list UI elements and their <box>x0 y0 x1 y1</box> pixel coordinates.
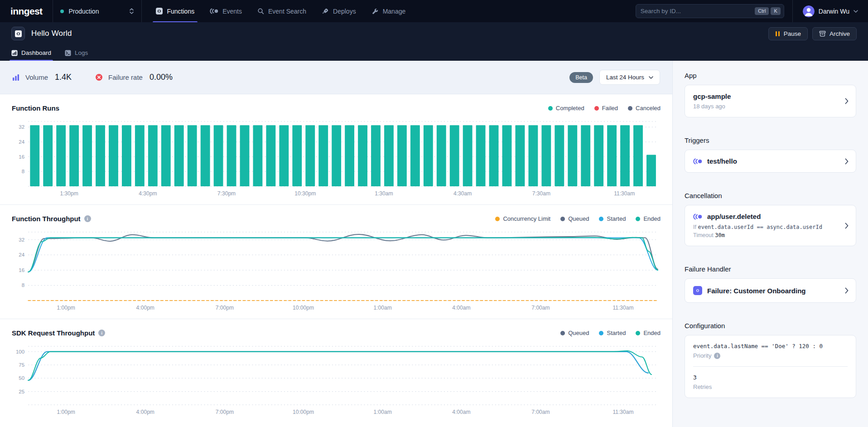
chart-canvas: 2550751001:00pm4:00pm7:00pm10:00pm1:00am… <box>12 342 661 417</box>
shortcut-key-ctrl: Ctrl <box>755 7 769 15</box>
app-card[interactable]: gcp-sample 18 days ago <box>685 85 856 117</box>
legend-item: Failed <box>594 105 618 112</box>
svg-text:11:30am: 11:30am <box>612 305 633 311</box>
tab-label: Logs <box>75 49 88 56</box>
nav-label: Manage <box>383 8 406 15</box>
failure-handler-heading: Failure Handler <box>685 265 856 273</box>
nav-deploys[interactable]: Deploys <box>314 0 364 22</box>
user-name: Darwin Wu <box>819 8 849 15</box>
legend-dot <box>636 217 640 221</box>
priority-label: Priority <box>693 352 711 359</box>
trigger-card[interactable]: test/hello <box>685 150 856 173</box>
svg-text:7:00am: 7:00am <box>531 409 550 415</box>
legend-label: Started <box>607 330 626 336</box>
nav-label: Functions <box>167 8 194 15</box>
legend-item: Queued <box>560 330 589 336</box>
svg-text:1:30am: 1:30am <box>375 190 393 197</box>
failure-rate-value: 0.00% <box>149 73 173 82</box>
failure-rate-icon <box>95 73 103 81</box>
configuration-heading: Configuration <box>685 322 856 330</box>
svg-text:10:00pm: 10:00pm <box>293 409 314 415</box>
chart-legend: Concurrency LimitQueuedStartedEnded <box>495 215 661 222</box>
chevron-right-icon <box>845 98 849 104</box>
time-range-label: Last 24 Hours <box>606 74 644 81</box>
app-name: gcp-sample <box>693 92 848 100</box>
events-icon <box>210 8 218 14</box>
cancellation-card[interactable]: app/user.deleted If event.data.userId ==… <box>685 205 856 246</box>
search-input[interactable] <box>641 8 753 15</box>
function-icon <box>11 27 25 40</box>
svg-text:100: 100 <box>16 349 24 354</box>
topbar-right: Ctrl K Darwin Wu <box>636 0 868 22</box>
legend-label: Started <box>607 215 626 222</box>
pause-icon <box>775 31 780 37</box>
page-title: Hello World <box>31 29 72 38</box>
info-icon[interactable]: i <box>84 215 91 222</box>
divider <box>141 0 142 22</box>
logs-icon <box>65 50 71 56</box>
svg-text:32: 32 <box>19 237 24 243</box>
app-heading: App <box>685 72 856 79</box>
environment-status-dot <box>60 10 64 13</box>
charts: Function Runs CompletedFailedCanceled 81… <box>0 94 672 427</box>
legend-dot <box>548 106 553 111</box>
legend-item: Completed <box>548 105 584 112</box>
nav-label: Event Search <box>268 8 306 15</box>
event-search-icon <box>257 8 264 15</box>
svg-text:10:30pm: 10:30pm <box>294 190 316 197</box>
retries-label: Retries <box>693 383 848 390</box>
info-icon[interactable]: i <box>714 353 720 359</box>
tab-dashboard[interactable]: Dashboard <box>11 45 51 61</box>
legend-dot <box>560 331 565 335</box>
legend-dot <box>628 106 632 111</box>
svg-text:24: 24 <box>19 139 24 145</box>
tab-logs[interactable]: Logs <box>65 45 88 61</box>
app-last-synced: 18 days ago <box>693 103 848 110</box>
svg-text:7:00pm: 7:00pm <box>216 409 234 415</box>
chart-title: Function Runs <box>12 104 59 112</box>
time-range-dropdown[interactable]: Last 24 Hours <box>599 70 660 85</box>
chevron-right-icon <box>845 223 849 229</box>
legend-label: Canceled <box>636 105 661 112</box>
svg-text:1:30pm: 1:30pm <box>60 190 78 197</box>
legend-dot <box>495 217 500 221</box>
chart-canvas: 81624321:00pm4:00pm7:00pm10:00pm1:00am4:… <box>12 228 661 313</box>
shortcut-key-k: K <box>771 7 780 15</box>
search-box[interactable]: Ctrl K <box>636 4 784 18</box>
function-runs-chart[interactable]: 81624321:30pm4:30pm7:30pm10:30pm1:30am4:… <box>12 117 661 201</box>
chevron-right-icon <box>845 287 849 294</box>
svg-text:7:30am: 7:30am <box>532 190 550 197</box>
wrench-icon <box>371 8 379 15</box>
legend-dot <box>560 217 565 221</box>
avatar <box>803 5 815 17</box>
info-icon[interactable]: i <box>98 330 105 336</box>
svg-text:8: 8 <box>22 282 24 288</box>
environment-selector[interactable]: Production <box>53 0 141 22</box>
chart-canvas: 81624321:30pm4:30pm7:30pm10:30pm1:30am4:… <box>12 117 661 199</box>
archive-button[interactable]: Archive <box>812 27 857 40</box>
svg-text:32: 32 <box>19 124 24 130</box>
nav-functions[interactable]: Functions <box>148 0 202 22</box>
pause-button[interactable]: Pause <box>768 27 808 40</box>
legend-label: Completed <box>556 105 584 112</box>
failure-handler-card[interactable]: Failure: Customer Onboarding <box>685 278 856 303</box>
view-tabs: Dashboard Logs <box>0 45 868 61</box>
svg-text:10:00pm: 10:00pm <box>293 305 314 311</box>
chevron-right-icon <box>845 158 849 165</box>
nav-events[interactable]: Events <box>202 0 250 22</box>
inngest-logo[interactable]: inngest <box>0 0 53 22</box>
legend-item: Ended <box>636 215 661 222</box>
pause-label: Pause <box>784 30 801 37</box>
user-menu[interactable]: Darwin Wu <box>793 0 868 22</box>
nav-event-search[interactable]: Event Search <box>250 0 314 22</box>
svg-text:7:30pm: 7:30pm <box>217 190 236 197</box>
volume-stat: Volume 1.4K <box>12 73 72 82</box>
legend-dot <box>599 331 603 335</box>
function-header: Hello World Pause Archive <box>0 22 868 45</box>
volume-label: Volume <box>25 73 48 81</box>
dashboard-icon <box>11 50 18 56</box>
function-throughput-chart[interactable]: 81624321:00pm4:00pm7:00pm10:00pm1:00am4:… <box>12 228 661 315</box>
nav-manage[interactable]: Manage <box>364 0 414 22</box>
legend-label: Failed <box>602 105 618 112</box>
sdk-throughput-chart[interactable]: 2550751001:00pm4:00pm7:00pm10:00pm1:00am… <box>12 342 661 419</box>
